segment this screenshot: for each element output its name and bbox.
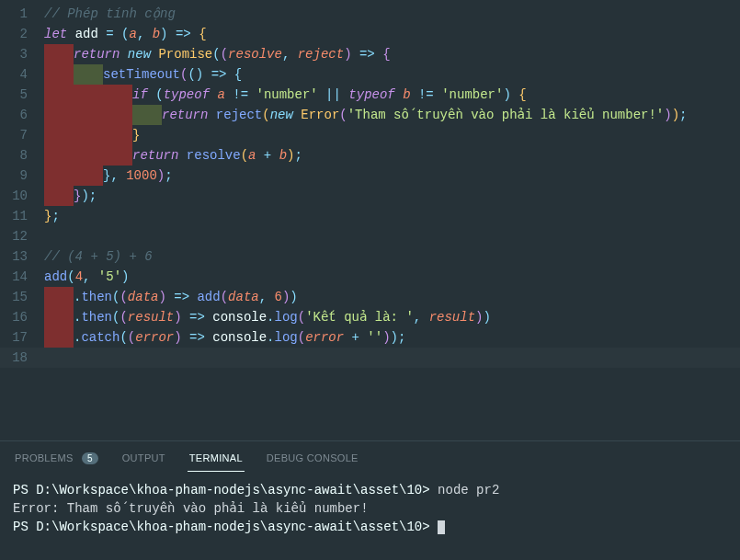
token-brace: ( [241, 148, 248, 163]
code-line[interactable]: 7 } [0, 125, 740, 145]
panel-tabs: PROBLEMS 5 OUTPUT TERMINAL DEBUG CONSOLE [0, 441, 740, 472]
indent-guide [44, 287, 74, 307]
code-line[interactable]: 2let add = (a, b) => { [0, 24, 740, 44]
token-sp [119, 168, 126, 183]
token-brace3: ( [188, 67, 195, 82]
token-sp [144, 27, 152, 41]
token-num: 4 [75, 269, 83, 284]
code-line[interactable]: 12 [0, 226, 740, 246]
code-line[interactable]: 10 }); [0, 186, 740, 206]
token-op: != [418, 87, 434, 102]
indent-guide [74, 125, 103, 145]
token-keyword: return [162, 108, 208, 122]
code-content [44, 348, 740, 368]
code-line[interactable]: 17 .catch((error) => console.log(error +… [0, 327, 740, 348]
token-sp [511, 87, 518, 102]
token-brace3: { [234, 67, 242, 82]
terminal-output[interactable]: PS D:\Workspace\khoa-pham-nodejs\async-a… [0, 472, 740, 540]
token-sp [166, 290, 174, 304]
line-number: 12 [0, 226, 44, 246]
token-punct: . [267, 310, 274, 325]
token-brace2: ( [339, 108, 347, 122]
token-punct: ; [89, 189, 97, 203]
token-keyword: let [44, 27, 67, 41]
code-line[interactable]: 14add(4, '5') [0, 267, 740, 287]
tab-label: PROBLEMS [15, 452, 74, 463]
token-param: error [135, 330, 174, 345]
terminal-prompt: PS D:\Workspace\khoa-pham-nodejs\async-a… [13, 520, 438, 534]
token-param: result [128, 310, 174, 325]
token-comment: // (4 + 5) + 6 [44, 249, 153, 264]
tab-problems[interactable]: PROBLEMS 5 [13, 449, 100, 472]
indent-guide [44, 125, 74, 145]
token-brace2: ( [298, 310, 305, 325]
code-line[interactable]: 18 [0, 348, 740, 368]
token-punct: ) [81, 189, 88, 203]
token-class: Promise [158, 47, 212, 62]
indent-guide [132, 105, 162, 125]
token-punct: , [259, 290, 267, 304]
token-string: 'number' [441, 87, 503, 102]
code-content: }, 1000); [44, 166, 740, 186]
code-line[interactable]: 5 if (typeof a != 'number' || typeof b !… [0, 85, 740, 105]
code-content: // Phép tính cộng [44, 4, 740, 24]
code-line[interactable]: 13// (4 + 5) + 6 [0, 246, 740, 267]
code-line[interactable]: 8 return resolve(a + b); [0, 145, 740, 166]
tab-debug-console[interactable]: DEBUG CONSOLE [265, 449, 360, 472]
token-sp [421, 310, 428, 325]
token-new: new [128, 47, 151, 62]
code-content [44, 226, 740, 246]
token-brace: } [132, 128, 140, 143]
code-editor[interactable]: 1// Phép tính cộng2let add = (a, b) => {… [0, 0, 740, 440]
token-keyword: if [132, 87, 148, 102]
code-line[interactable]: 4 setTimeout(() => { [0, 64, 740, 85]
token-sp [344, 330, 351, 345]
token-brace2: ) [664, 108, 671, 122]
token-op: = [106, 27, 113, 41]
token-keyword: return [132, 148, 178, 163]
line-number: 18 [0, 348, 44, 368]
line-number: 4 [0, 64, 44, 85]
code-line[interactable]: 15 .then((data) => add(data, 6)) [0, 287, 740, 307]
token-func: log [275, 330, 298, 345]
token-brace: { [518, 87, 526, 102]
indent-guide [103, 105, 132, 125]
code-line[interactable]: 16 .then((result) => console.log('Kết qu… [0, 307, 740, 327]
indent-guide [44, 186, 74, 206]
token-new: new [270, 108, 293, 122]
token-op: => [174, 290, 189, 304]
token-brace2: ( [221, 47, 228, 62]
indent-guide [103, 125, 132, 145]
code-line[interactable]: 1// Phép tính cộng [0, 4, 740, 24]
code-content: setTimeout(() => { [44, 64, 740, 85]
token-param: resolve [228, 47, 282, 62]
indent-guide [44, 166, 74, 186]
tab-output[interactable]: OUTPUT [120, 449, 167, 472]
token-op: => [189, 310, 205, 325]
tab-terminal[interactable]: TERMINAL [188, 449, 245, 472]
token-brace2: ) [157, 168, 165, 183]
line-number: 9 [0, 166, 44, 186]
token-func: catch [81, 330, 120, 345]
token-param: data [228, 290, 259, 304]
terminal-line: Error: Tham số truyền vào phải là kiểu n… [13, 501, 369, 516]
code-content: // (4 + 5) + 6 [44, 246, 740, 267]
indent-guide [44, 105, 74, 125]
line-number: 8 [0, 145, 44, 166]
code-line[interactable]: 9 }, 1000); [0, 166, 740, 186]
token-op: => [176, 27, 191, 41]
code-content: if (typeof a != 'number' || typeof b != … [44, 85, 740, 105]
token-param: result [429, 310, 475, 325]
code-line[interactable]: 11}; [0, 206, 740, 226]
line-number: 17 [0, 327, 44, 348]
indent-guide [74, 85, 103, 105]
token-func: then [81, 310, 112, 325]
token-brace2: ( [120, 310, 127, 325]
code-line[interactable]: 6 return reject(new Error('Tham số truyề… [0, 105, 740, 125]
code-line[interactable]: 3 return new Promise((resolve, reject) =… [0, 44, 740, 64]
tab-label: DEBUG CONSOLE [267, 452, 359, 463]
token-sp [67, 27, 74, 41]
token-func: then [81, 290, 112, 304]
token-punct: ) [290, 290, 297, 304]
token-punct: ( [212, 47, 220, 62]
